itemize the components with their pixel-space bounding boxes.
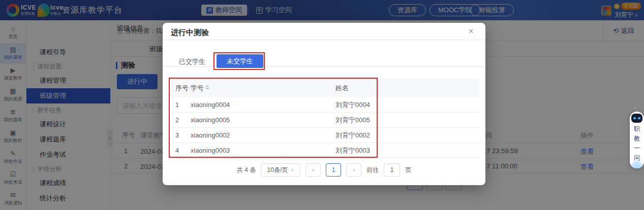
tab-unsubmitted-students[interactable]: 未交学生 xyxy=(217,54,263,68)
next-page-button[interactable]: › xyxy=(346,163,361,177)
pagination: 共 4 条 10条/页 ∨ ‹ 1 › 前往 页 xyxy=(163,163,485,177)
robot-face-icon xyxy=(631,114,642,123)
app-window: ICVE 智慧职教 icve 职教云 资源库教学平台 师 教师空间 | 学 学习… xyxy=(0,0,644,210)
goto-label: 前往 xyxy=(366,166,379,174)
tab-submitted-students[interactable]: 已交学生 xyxy=(179,57,205,66)
prev-page-button[interactable]: ‹ xyxy=(305,163,321,177)
wave-decoration xyxy=(630,160,644,168)
student-table-header: 序号 学号 姓名 xyxy=(169,79,479,97)
col-header-name: 姓名 xyxy=(335,84,479,93)
col-header-no: 序号 xyxy=(175,84,191,93)
student-row: 4 xiaoning0003 刘育宁0003 xyxy=(169,143,479,158)
close-icon[interactable]: × xyxy=(469,27,473,36)
dialog-tabs-divider xyxy=(163,66,485,66)
total-count: 共 4 条 xyxy=(237,166,256,174)
assistant-label: 职 教 一 问 xyxy=(630,125,644,162)
assistant-pill[interactable]: 职 教 一 问 xyxy=(630,112,644,168)
dialog-title: 进行中测验 xyxy=(171,28,209,38)
assistant-widget[interactable]: ✦ 职 教 一 问 xyxy=(629,106,644,169)
student-row: 2 xiaoning0005 刘育宁0005 xyxy=(169,113,479,128)
student-row: 3 xiaoning0002 刘育宁0002 xyxy=(169,128,479,143)
chevron-down-icon: ∨ xyxy=(291,167,294,172)
sort-icon[interactable] xyxy=(205,85,209,90)
col-header-student-id[interactable]: 学号 xyxy=(191,84,335,93)
current-page-button[interactable]: 1 xyxy=(326,163,341,177)
student-row: 1 xiaoning0004 刘育宁0004 xyxy=(169,97,479,113)
sparkle-icon: ✦ xyxy=(633,106,637,111)
goto-page-input[interactable] xyxy=(384,163,400,177)
goto-unit: 页 xyxy=(405,166,411,174)
dialog-title-divider xyxy=(163,40,485,40)
in-progress-test-dialog: 进行中测验 × 已交学生 未交学生 序号 学号 姓名 1 xiaoning000… xyxy=(163,23,485,185)
page-size-select[interactable]: 10条/页 ∨ xyxy=(261,163,300,177)
